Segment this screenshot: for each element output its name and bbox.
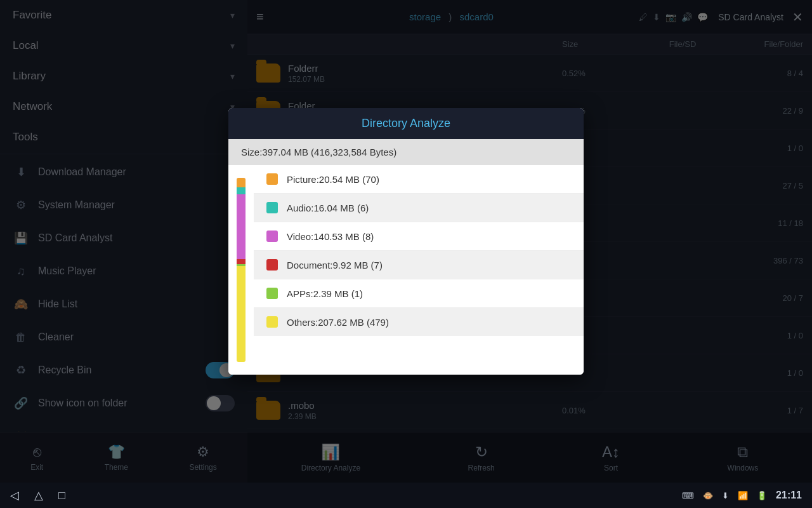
- list-item[interactable]: Audio:16.04 MB (6): [254, 194, 584, 222]
- stacked-bar-chart: [237, 178, 246, 362]
- modal-overlay[interactable]: Directory Analyze Size:397.04 MB (416,32…: [0, 0, 812, 483]
- video-label: Video:140.53 MB (8): [287, 231, 374, 242]
- video-bar-segment: [237, 194, 246, 259]
- directory-analyze-modal: Directory Analyze Size:397.04 MB (416,32…: [228, 108, 584, 375]
- download-status-icon: ⬇: [722, 491, 729, 500]
- document-label: Document:9.92 MB (7): [287, 260, 383, 271]
- list-item[interactable]: Video:140.53 MB (8): [254, 222, 584, 251]
- recents-button[interactable]: □: [58, 489, 65, 502]
- document-color-dot: [266, 259, 278, 271]
- system-bar: ◁ △ □ ⌨ 🐵 ⬇ 📶 🔋 21:11: [0, 483, 812, 508]
- audio-label: Audio:16.04 MB (6): [287, 203, 369, 213]
- others-color-dot: [266, 316, 278, 328]
- list-item[interactable]: Picture:20.54 MB (70): [254, 165, 584, 194]
- apps-color-dot: [266, 288, 278, 299]
- others-label: Others:207.62 MB (479): [287, 317, 389, 328]
- battery-icon: 🔋: [757, 491, 767, 500]
- audio-bar-segment: [237, 187, 246, 195]
- picture-bar-segment: [237, 178, 246, 187]
- picture-color-dot: [266, 173, 278, 185]
- back-button[interactable]: ◁: [10, 488, 19, 502]
- video-color-dot: [266, 231, 278, 242]
- keyboard-icon: ⌨: [682, 491, 694, 500]
- apps-label: APPs:2.39 MB (1): [287, 288, 363, 299]
- system-status-area: ⌨ 🐵 ⬇ 📶 🔋 21:11: [682, 490, 802, 501]
- document-bar-segment: [237, 259, 246, 265]
- audio-color-dot: [266, 202, 278, 213]
- modal-body: Picture:20.54 MB (70) Audio:16.04 MB (6)…: [228, 165, 584, 375]
- others-bar-segment: [237, 266, 246, 362]
- picture-label: Picture:20.54 MB (70): [287, 174, 379, 185]
- modal-chart: [228, 165, 254, 375]
- list-item[interactable]: Document:9.92 MB (7): [254, 251, 584, 279]
- list-item[interactable]: APPs:2.39 MB (1): [254, 279, 584, 308]
- modal-title: Directory Analyze: [228, 108, 584, 139]
- list-item[interactable]: Others:207.62 MB (479): [254, 308, 584, 336]
- system-time: 21:11: [776, 490, 802, 501]
- modal-items-list: Picture:20.54 MB (70) Audio:16.04 MB (6)…: [254, 165, 584, 375]
- monkey-icon: 🐵: [703, 491, 713, 500]
- modal-size: Size:397.04 MB (416,323,584 Bytes): [228, 139, 584, 165]
- home-button[interactable]: △: [34, 488, 43, 502]
- wifi-icon: 📶: [738, 491, 748, 500]
